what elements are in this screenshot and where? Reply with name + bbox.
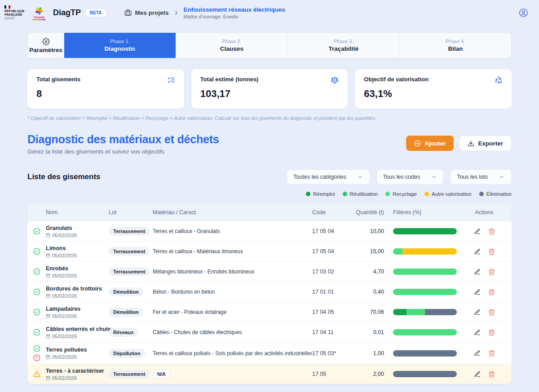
code-cell: 17 03 02 bbox=[312, 269, 348, 275]
check-circle-icon bbox=[33, 329, 40, 336]
beta-badge: BETA bbox=[85, 9, 106, 17]
legend-item-reutilisation: Réutilisation bbox=[343, 191, 378, 197]
delete-button[interactable] bbox=[488, 289, 495, 295]
lot-cell: Réseaux bbox=[109, 328, 153, 337]
filieres-bar bbox=[393, 269, 457, 275]
trash-icon bbox=[488, 329, 495, 336]
gisement-name: Câbles enterrés et chutes bbox=[46, 326, 109, 332]
tab-bilan[interactable]: Phase 4.Bilan bbox=[399, 33, 511, 58]
date-text: 05/02/2026 bbox=[52, 313, 77, 319]
calendar-icon bbox=[46, 376, 50, 380]
delete-button[interactable] bbox=[488, 309, 495, 316]
table-row: Limons05/02/2026TerrassementTerres et ca… bbox=[27, 241, 512, 261]
edit-icon bbox=[474, 289, 481, 295]
bar-segment-elimination bbox=[393, 350, 457, 357]
tab-parametres[interactable]: Paramètres bbox=[28, 33, 64, 58]
gisement-date: 05/02/2026 bbox=[46, 354, 109, 360]
material-cell: Terres et cailloux pollués - Sols pollué… bbox=[153, 350, 312, 357]
filter-categories[interactable]: Toutes les catégories bbox=[287, 169, 370, 185]
row-status bbox=[33, 228, 46, 235]
status-danger-icon bbox=[33, 354, 40, 361]
edit-button[interactable] bbox=[474, 371, 481, 378]
col-header-quantite-t: Quantité (t) bbox=[348, 209, 384, 216]
delete-button[interactable] bbox=[488, 371, 495, 378]
edit-button[interactable] bbox=[474, 309, 481, 316]
tab-phase-number: Phase 4. bbox=[446, 39, 465, 44]
edit-button[interactable] bbox=[474, 329, 481, 336]
filieres-cell bbox=[384, 228, 457, 234]
filter-codes[interactable]: Tous les codes bbox=[376, 169, 444, 185]
actions-cell bbox=[457, 309, 512, 316]
filter-lots[interactable]: Tous les lots bbox=[450, 169, 512, 185]
gisement-date: 05/02/2026 bbox=[46, 334, 109, 339]
delete-button[interactable] bbox=[488, 329, 495, 336]
table-row: Lampadaires05/02/2026DémolitionFer et ac… bbox=[27, 302, 512, 322]
trash-icon bbox=[488, 309, 495, 316]
stat-value: 63,1% bbox=[364, 88, 503, 100]
list-checks-icon bbox=[167, 76, 175, 84]
phase-tabs: ParamètresPhase 1.DiagnosticPhase 2.Clau… bbox=[27, 32, 512, 58]
stat-label: Total gisements bbox=[36, 76, 80, 83]
calendar-icon bbox=[46, 355, 50, 359]
delete-button[interactable] bbox=[488, 269, 495, 275]
trash-icon bbox=[488, 371, 495, 378]
tab-phase-number: Phase 2. bbox=[222, 39, 241, 44]
material-cell: Mélanges bitumineux - Enrobés bitumineux bbox=[153, 269, 312, 275]
row-status bbox=[33, 308, 46, 316]
stat-card-total-gisements: Total gisements8 bbox=[27, 69, 184, 109]
col-header-actions: Actions bbox=[457, 209, 512, 216]
account-button[interactable] bbox=[519, 8, 528, 18]
lot-pill: Terrassement bbox=[109, 267, 150, 276]
top-bar: RÉPUBLIQUEFRANÇAISE Cerema DiagTP BETA M… bbox=[0, 0, 539, 25]
alert-triangle-icon bbox=[33, 370, 40, 378]
edit-button[interactable] bbox=[474, 228, 481, 235]
calendar-icon bbox=[46, 253, 50, 258]
gisement-name-cell: Enrobés05/02/2026 bbox=[46, 265, 109, 278]
tab-diagnostic[interactable]: Phase 1.Diagnostic bbox=[64, 33, 176, 58]
edit-button[interactable] bbox=[474, 350, 481, 357]
tab-tracabilite[interactable]: Phase 3.Traçabilité bbox=[287, 33, 399, 58]
gisement-name-cell: Terres polluées05/02/2026 bbox=[46, 347, 109, 360]
col-header-lot: Lot bbox=[109, 209, 153, 216]
lot-pill: Terrassement bbox=[109, 247, 150, 256]
stat-label: Objectif de valorisation bbox=[364, 76, 429, 83]
edit-button[interactable] bbox=[474, 289, 481, 295]
edit-icon bbox=[474, 228, 481, 235]
bar-segment-recyclage bbox=[393, 289, 457, 295]
breadcrumb-mes-projets[interactable]: Mes projets bbox=[124, 9, 169, 16]
delete-button[interactable] bbox=[488, 350, 495, 357]
delete-button[interactable] bbox=[488, 228, 495, 235]
lot-cell: Démolition bbox=[109, 308, 153, 317]
gisement-name: Enrobés bbox=[46, 265, 109, 272]
filters: Toutes les catégoriesTous les codesTous … bbox=[287, 169, 512, 185]
table-row: Bordures de trottoirs05/02/2026Démolitio… bbox=[27, 282, 512, 302]
gisement-name: Bordures de trottoirs bbox=[46, 286, 109, 292]
check-circle-icon bbox=[33, 268, 40, 275]
gisement-name-cell: Granulats05/02/2026 bbox=[46, 225, 109, 238]
export-button[interactable]: Exporter bbox=[459, 136, 512, 151]
gisement-name-cell: Bordures de trottoirs05/02/2026 bbox=[46, 286, 109, 299]
calendar-icon bbox=[46, 233, 50, 238]
edit-icon bbox=[474, 371, 481, 378]
section-head: Diagnostic des matériaux et déchets Gére… bbox=[27, 133, 512, 155]
french-flag-icon bbox=[4, 5, 10, 9]
filter-value: Tous les codes bbox=[383, 174, 420, 180]
delete-button[interactable] bbox=[488, 248, 495, 255]
quantity-cell: 4,70 bbox=[348, 269, 384, 275]
filieres-bar bbox=[393, 228, 457, 234]
tab-clauses[interactable]: Phase 2.Clauses bbox=[176, 33, 287, 58]
edit-icon bbox=[474, 329, 481, 336]
edit-button[interactable] bbox=[474, 248, 481, 255]
status-check-icon bbox=[33, 288, 40, 295]
status-check-icon bbox=[33, 329, 40, 336]
add-button[interactable]: Ajouter bbox=[406, 136, 454, 151]
project-subtitle: Maître d'ouvrage: Enedis bbox=[184, 14, 286, 19]
date-text: 05/02/2026 bbox=[52, 293, 77, 299]
quantity-cell: 70,06 bbox=[348, 309, 384, 315]
filter-value: Toutes les catégories bbox=[293, 174, 346, 180]
alert-circle-icon bbox=[33, 354, 40, 361]
gisement-name: Lampadaires bbox=[46, 306, 109, 312]
edit-button[interactable] bbox=[474, 269, 481, 275]
stat-card-total-estime-tonnes: Total estimé (tonnes)103,17 bbox=[191, 69, 348, 109]
legend-item-recyclage: Recyclage bbox=[385, 191, 417, 197]
